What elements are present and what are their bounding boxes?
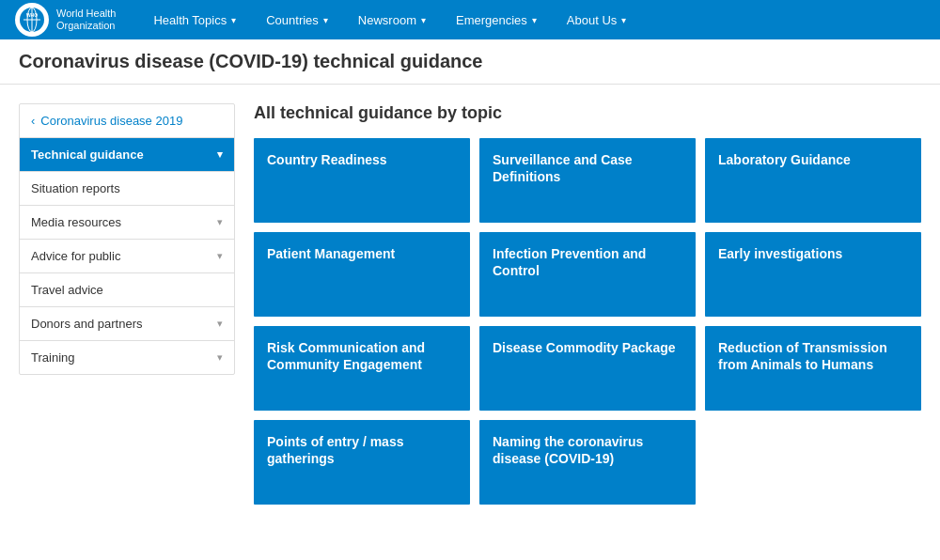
topic-card-10[interactable]: Naming the coronavirus disease (COVID-19… bbox=[479, 420, 696, 505]
chevron-down-icon: ▾ bbox=[217, 148, 223, 161]
sidebar-item-training[interactable]: Training ▾ bbox=[20, 340, 234, 374]
chevron-down-icon: ▾ bbox=[421, 15, 426, 25]
sidebar: ‹ Coronavirus disease 2019 Technical gui… bbox=[19, 103, 235, 375]
sidebar-item-donors-partners[interactable]: Donors and partners ▾ bbox=[20, 306, 234, 340]
content-area: All technical guidance by topic Country … bbox=[254, 103, 921, 505]
nav-health-topics[interactable]: Health Topics ▾ bbox=[138, 0, 251, 39]
sidebar-item-advice-public[interactable]: Advice for public ▾ bbox=[20, 239, 234, 272]
chevron-down-icon: ▾ bbox=[217, 216, 223, 228]
sidebar-parent-label: Coronavirus disease 2019 bbox=[40, 114, 182, 128]
nav-countries[interactable]: Countries ▾ bbox=[251, 0, 343, 39]
topic-card-4[interactable]: Infection Prevention and Control bbox=[479, 232, 696, 317]
chevron-down-icon: ▾ bbox=[217, 351, 223, 364]
topic-card-2[interactable]: Laboratory Guidance bbox=[705, 138, 921, 223]
chevron-down-icon: ▾ bbox=[323, 15, 328, 25]
chevron-left-icon: ‹ bbox=[31, 114, 35, 128]
topic-card-6[interactable]: Risk Communication and Community Engagem… bbox=[254, 326, 470, 411]
topic-card-8[interactable]: Reduction of Transmission from Animals t… bbox=[705, 326, 921, 411]
sidebar-item-label: Media resources bbox=[31, 215, 121, 229]
topic-card-5[interactable]: Early investigations bbox=[705, 232, 921, 317]
sidebar-item-travel-advice[interactable]: Travel advice bbox=[20, 272, 234, 306]
topic-card-9[interactable]: Points of entry / mass gatherings bbox=[254, 420, 470, 505]
topic-card-7[interactable]: Disease Commodity Package bbox=[479, 326, 696, 411]
main-nav: WHO World Health Organization Health Top… bbox=[0, 0, 940, 39]
sidebar-item-label: Advice for public bbox=[31, 249, 120, 263]
nav-about-us[interactable]: About Us ▾ bbox=[552, 0, 641, 39]
nav-newsroom[interactable]: Newsroom ▾ bbox=[343, 0, 441, 39]
sidebar-parent-link[interactable]: ‹ Coronavirus disease 2019 bbox=[20, 104, 234, 138]
topic-card-0[interactable]: Country Readiness bbox=[254, 138, 470, 223]
topic-card-1[interactable]: Surveillance and Case Definitions bbox=[479, 138, 696, 223]
chevron-down-icon: ▾ bbox=[532, 15, 537, 25]
sidebar-item-label: Training bbox=[31, 350, 74, 365]
topic-grid: Country ReadinessSurveillance and Case D… bbox=[254, 138, 921, 505]
logo-text: World Health Organization bbox=[56, 8, 116, 32]
nav-items: Health Topics ▾ Countries ▾ Newsroom ▾ E… bbox=[138, 0, 925, 39]
sidebar-item-situation-reports[interactable]: Situation reports bbox=[20, 171, 234, 205]
page-header: Coronavirus disease (COVID-19) technical… bbox=[0, 39, 940, 85]
sidebar-item-label: Situation reports bbox=[31, 181, 120, 195]
main-layout: ‹ Coronavirus disease 2019 Technical gui… bbox=[0, 85, 940, 523]
chevron-down-icon: ▾ bbox=[217, 250, 223, 262]
content-title: All technical guidance by topic bbox=[254, 103, 921, 123]
nav-emergencies[interactable]: Emergencies ▾ bbox=[441, 0, 552, 39]
logo[interactable]: WHO World Health Organization bbox=[15, 3, 116, 37]
who-logo-icon: WHO bbox=[15, 3, 49, 37]
chevron-down-icon: ▾ bbox=[621, 15, 626, 25]
page-title: Coronavirus disease (COVID-19) technical… bbox=[19, 51, 921, 72]
sidebar-active-label: Technical guidance bbox=[31, 148, 144, 162]
sidebar-item-label: Donors and partners bbox=[31, 317, 143, 331]
sidebar-item-media-resources[interactable]: Media resources ▾ bbox=[20, 205, 234, 239]
sidebar-item-technical-guidance[interactable]: Technical guidance ▾ bbox=[20, 138, 234, 171]
chevron-down-icon: ▾ bbox=[217, 318, 223, 330]
topic-card-3[interactable]: Patient Management bbox=[254, 232, 470, 317]
chevron-down-icon: ▾ bbox=[231, 15, 236, 25]
sidebar-item-label: Travel advice bbox=[31, 283, 103, 297]
